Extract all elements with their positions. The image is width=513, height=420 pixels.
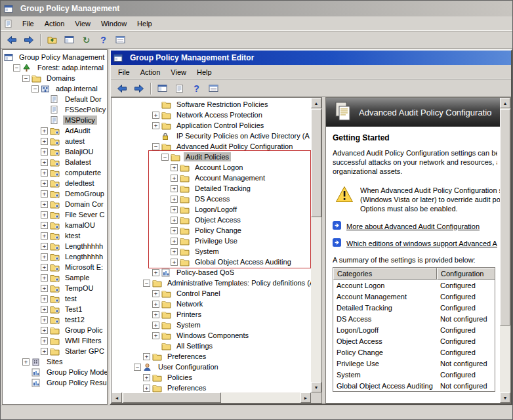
export-list-button[interactable] — [172, 81, 187, 95]
tree-item-account-logon[interactable]: +Account Logon — [112, 162, 311, 173]
tree-item-account-management[interactable]: +Account Management — [112, 173, 311, 183]
tree-item-computerte[interactable]: +computerte — [3, 167, 107, 178]
help-button[interactable]: ? — [96, 33, 111, 47]
expand-toggle[interactable]: + — [41, 274, 48, 282]
expand-toggle[interactable]: + — [41, 348, 48, 355]
expand-toggle[interactable]: + — [171, 248, 178, 255]
editor-titlebar[interactable]: Group Policy Management Editor — [111, 51, 511, 65]
back-button[interactable] — [4, 33, 19, 47]
menu-view[interactable]: View — [70, 18, 96, 30]
tree-item-file-sever-c[interactable]: +File Sever C — [3, 209, 107, 220]
expand-toggle[interactable]: + — [41, 295, 48, 303]
expand-toggle[interactable]: + — [171, 164, 178, 171]
tree-item-ds-access[interactable]: +DS Access — [112, 194, 311, 204]
collapse-toggle[interactable]: − — [31, 85, 39, 93]
tree-item-advanced-audit-policy-configuration[interactable]: −Advanced Audit Policy Configuration — [112, 141, 311, 152]
expand-toggle[interactable]: + — [171, 217, 178, 224]
editor-tree-hscrollbar[interactable]: ◄ ► — [112, 392, 311, 403]
tree-item-ktest[interactable]: +ktest — [3, 230, 107, 241]
tree-item-audit-policies[interactable]: −Audit Policies — [112, 152, 311, 162]
summary-row-global-object-access-auditing[interactable]: Global Object Access AuditingNot configu… — [333, 380, 495, 391]
summary-row-account-logon[interactable]: Account LogonConfigured — [333, 280, 495, 291]
vscroll-thumb[interactable] — [500, 109, 510, 326]
tree-item-sample[interactable]: +Sample — [3, 272, 107, 283]
tree-item-application-control-policies[interactable]: +Application Control Policies — [112, 120, 311, 131]
tree-item-system[interactable]: +System — [112, 320, 311, 330]
expand-toggle[interactable]: + — [152, 322, 159, 329]
tree-item-network-access-protection[interactable]: +Network Access Protection — [112, 110, 311, 120]
tree-item-mspolicy[interactable]: MSPolicy — [3, 115, 107, 125]
menu-help[interactable]: Help — [132, 18, 157, 30]
refresh-button[interactable]: ↻ — [79, 33, 94, 47]
expand-toggle[interactable]: + — [171, 206, 178, 213]
collapse-toggle[interactable]: − — [143, 280, 150, 287]
tree-item-adaudit[interactable]: +AdAudit — [3, 125, 107, 136]
tree-item-test1[interactable]: +Test1 — [3, 304, 107, 314]
tree-item-forest-adap-internal[interactable]: −Forest: adap.internal — [3, 62, 107, 73]
summary-row-account-management[interactable]: Account ManagementConfigured — [333, 291, 495, 302]
summary-row-policy-change[interactable]: Policy ChangeConfigured — [333, 346, 495, 358]
expand-toggle[interactable]: + — [41, 306, 48, 313]
expand-toggle[interactable]: + — [41, 148, 48, 156]
collapse-toggle[interactable]: − — [13, 64, 20, 72]
expand-toggle[interactable]: + — [152, 122, 159, 129]
summary-row-privilege-use[interactable]: Privilege UseNot configured — [333, 358, 495, 369]
expand-toggle[interactable]: + — [171, 238, 178, 245]
link-more-about-advanced-audit[interactable]: More about Advanced Audit Configuration — [333, 221, 497, 231]
tree-item-wmi-filters[interactable]: +WMI Filters — [3, 335, 107, 346]
tree-item-test12[interactable]: +test12 — [3, 314, 107, 325]
expand-toggle[interactable]: + — [41, 180, 48, 187]
tree-item-group-polic[interactable]: +Group Polic — [3, 325, 107, 335]
tree-item-test[interactable]: +test — [3, 293, 107, 304]
tree-item-balatest[interactable]: +Balatest — [3, 157, 107, 167]
details-vscrollbar[interactable]: ▲ ▼ — [500, 98, 510, 403]
column-header-configuration[interactable]: Configuration — [437, 268, 495, 280]
tree-item-default-dor[interactable]: Default Dor — [3, 94, 107, 104]
menu-window[interactable]: Window — [96, 18, 132, 30]
tree-item-group-policy-modeli[interactable]: Group Policy Modeli — [3, 367, 107, 377]
expand-toggle[interactable]: + — [41, 232, 48, 240]
scroll-right-button[interactable]: ► — [300, 392, 311, 403]
editor-tree-vscrollbar[interactable]: ▲ ▼ — [311, 98, 321, 392]
forward-button[interactable] — [21, 33, 36, 47]
collapse-toggle[interactable]: − — [161, 154, 169, 161]
expand-toggle[interactable]: + — [152, 332, 159, 339]
expand-toggle[interactable]: + — [171, 259, 178, 266]
tree-item-autest[interactable]: +autest — [3, 136, 107, 146]
expand-toggle[interactable]: + — [171, 227, 178, 234]
tree-item-deledtest[interactable]: +deledtest — [3, 178, 107, 188]
console-tree-button[interactable] — [62, 33, 77, 47]
expand-toggle[interactable]: + — [41, 138, 48, 145]
expand-toggle[interactable]: + — [41, 253, 48, 261]
expand-toggle[interactable]: + — [41, 285, 48, 292]
expand-toggle[interactable]: + — [143, 353, 150, 360]
tree-item-tempou[interactable]: +TempOU — [3, 283, 107, 293]
tree-item-lengthhhhh[interactable]: +Lengthhhhh — [3, 241, 107, 251]
tree-item-control-panel[interactable]: +Control Panel — [112, 288, 311, 299]
window-list-button[interactable] — [113, 33, 128, 47]
tree-item-administrative-templates-policy-definitions-adm[interactable]: −Administrative Templates: Policy defini… — [112, 278, 311, 288]
expand-toggle[interactable]: + — [171, 185, 178, 192]
tree-item-balajiou[interactable]: +BalajiOU — [3, 146, 107, 157]
scroll-down-button[interactable]: ▼ — [311, 382, 321, 392]
help-button[interactable]: ? — [189, 81, 204, 95]
menu-help[interactable]: Help — [192, 66, 217, 78]
tree-item-adap-internal[interactable]: −adap.internal — [3, 83, 107, 94]
expand-toggle[interactable]: + — [41, 243, 48, 250]
forward-button[interactable] — [131, 81, 146, 95]
tree-item-detailed-tracking[interactable]: +Detailed Tracking — [112, 183, 311, 194]
summary-row-logon-logoff[interactable]: Logon/LogoffConfigured — [333, 324, 495, 335]
expand-toggle[interactable]: + — [41, 337, 48, 345]
scroll-up-button[interactable]: ▲ — [500, 98, 510, 108]
menu-file[interactable]: File — [113, 66, 135, 78]
expand-toggle[interactable]: + — [41, 169, 48, 177]
tree-item-object-access[interactable]: +Object Access — [112, 215, 311, 225]
back-button[interactable] — [114, 81, 129, 95]
expand-toggle[interactable]: + — [143, 385, 150, 392]
column-header-categories[interactable]: Categories — [333, 268, 437, 280]
expand-toggle[interactable]: + — [171, 175, 178, 182]
expand-toggle[interactable]: + — [41, 222, 48, 229]
tree-item-software-restriction-policies[interactable]: Software Restriction Policies — [112, 99, 311, 110]
tree-item-policy-change[interactable]: +Policy Change — [112, 225, 311, 236]
tree-item-preferences[interactable]: +Preferences — [112, 351, 311, 362]
